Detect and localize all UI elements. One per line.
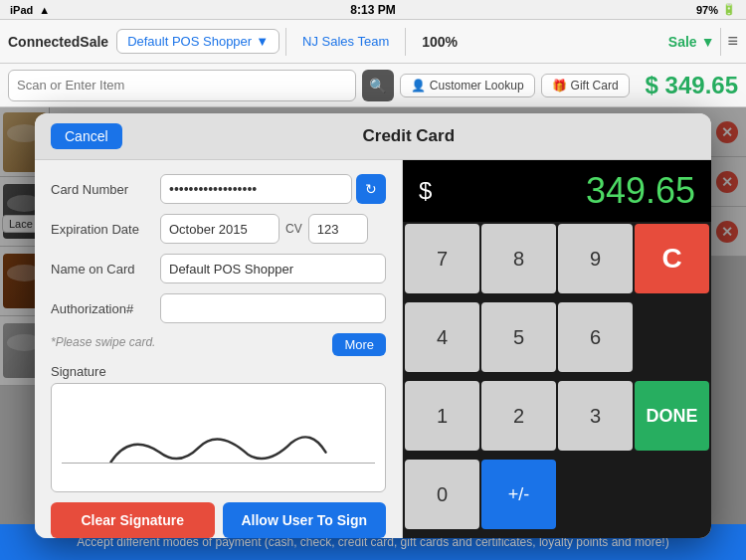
more-button[interactable]: More bbox=[332, 333, 386, 356]
clear-signature-button[interactable]: Clear Signature bbox=[51, 502, 215, 538]
numpad-c[interactable]: C bbox=[635, 224, 709, 293]
action-buttons: Clear Signature Allow User To Sign bbox=[51, 502, 386, 538]
dollar-sign: $ bbox=[419, 177, 432, 205]
expiration-input[interactable] bbox=[160, 214, 280, 244]
customer-lookup-button[interactable]: 👤 Customer Lookup bbox=[400, 74, 535, 97]
credit-card-dialog: Cancel Credit Card Card Number ↻ bbox=[35, 113, 711, 538]
numpad-plus-minus[interactable]: +/- bbox=[481, 460, 556, 529]
refresh-icon: ↻ bbox=[365, 181, 377, 197]
numpad-0[interactable]: 0 bbox=[405, 460, 479, 529]
status-bar: iPad ▲ 8:13 PM 97% 🔋 bbox=[0, 0, 746, 20]
numpad-panel: $ 349.65 7 8 9 C 4 5 6 1 2 3 DONE bbox=[403, 160, 711, 538]
main-area: Lace 5.00 ✕ 5.00 ✕ 5.00 ✕ bbox=[0, 107, 746, 524]
card-number-input[interactable] bbox=[160, 174, 352, 204]
battery-pct: 97% bbox=[696, 4, 718, 16]
wifi-icon: ▲ bbox=[39, 4, 50, 16]
expiration-label: Expiration Date bbox=[51, 222, 160, 237]
sale-label: Sale ▼ bbox=[668, 34, 715, 50]
scan-input[interactable] bbox=[8, 70, 356, 101]
pos-shopper-label: Default POS Shopper bbox=[127, 34, 252, 49]
expiration-field-group: CV bbox=[160, 214, 386, 244]
auth-row: Authorization# bbox=[51, 293, 386, 323]
numpad-2[interactable]: 2 bbox=[481, 381, 556, 451]
numpad-6[interactable]: 6 bbox=[558, 302, 633, 372]
name-input[interactable] bbox=[160, 254, 386, 283]
cancel-button[interactable]: Cancel bbox=[51, 123, 122, 149]
card-number-field-group: ↻ bbox=[160, 174, 386, 204]
search-icon: 🔍 bbox=[369, 78, 386, 93]
pos-shopper-button[interactable]: Default POS Shopper ▼ bbox=[116, 29, 280, 54]
ipad-label: iPad bbox=[10, 4, 33, 16]
pos-chevron-icon: ▼ bbox=[256, 34, 269, 49]
amount-display-row: $ 349.65 bbox=[403, 160, 711, 222]
card-number-label: Card Number bbox=[51, 182, 160, 197]
allow-user-sign-button[interactable]: Allow User To Sign bbox=[223, 502, 387, 538]
numpad-8[interactable]: 8 bbox=[481, 224, 556, 293]
status-time: 8:13 PM bbox=[350, 3, 395, 17]
form-panel: Card Number ↻ Expiration Date bbox=[35, 160, 403, 538]
second-bar: 🔍 👤 Customer Lookup 🎁 Gift Card $ 349.65 bbox=[0, 64, 746, 107]
gift-card-button[interactable]: 🎁 Gift Card bbox=[541, 74, 630, 97]
list-icon[interactable]: ≡ bbox=[727, 31, 738, 52]
gift-icon: 🎁 bbox=[552, 79, 567, 93]
nav-divider-3 bbox=[720, 28, 721, 56]
numpad-5[interactable]: 5 bbox=[481, 302, 556, 372]
brand-label: ConnectedSale bbox=[8, 34, 108, 50]
swipe-text: *Please swipe card. bbox=[51, 335, 332, 349]
auth-label: Authorization# bbox=[51, 301, 160, 316]
percent-label: 100% bbox=[422, 34, 458, 50]
expiration-row: Expiration Date CV bbox=[51, 214, 386, 244]
signature-line bbox=[62, 463, 375, 464]
nav-divider-2 bbox=[405, 28, 406, 56]
numpad-amount: 349.65 bbox=[586, 170, 695, 212]
numpad-7[interactable]: 7 bbox=[405, 224, 479, 293]
numpad-4[interactable]: 4 bbox=[405, 302, 479, 372]
numpad-1[interactable]: 1 bbox=[405, 381, 479, 451]
nav-divider-1 bbox=[285, 28, 286, 56]
signature-label: Signature bbox=[51, 364, 386, 379]
refresh-button[interactable]: ↻ bbox=[356, 174, 386, 204]
customer-icon: 👤 bbox=[411, 79, 426, 93]
cart-amount: $ 349.65 bbox=[646, 72, 738, 99]
signature-drawing bbox=[52, 384, 385, 491]
numpad-grid: 7 8 9 C 4 5 6 1 2 3 DONE 0 +/- bbox=[403, 222, 711, 538]
dialog-header: Cancel Credit Card bbox=[35, 113, 711, 160]
status-left: iPad ▲ bbox=[10, 4, 50, 16]
numpad-3[interactable]: 3 bbox=[558, 381, 633, 451]
team-label: NJ Sales Team bbox=[292, 30, 399, 53]
customer-label: Customer Lookup bbox=[430, 79, 524, 93]
card-number-row: Card Number ↻ bbox=[51, 174, 386, 204]
status-right: 97% 🔋 bbox=[696, 3, 736, 16]
battery-icon: 🔋 bbox=[722, 3, 736, 16]
sale-chevron-icon: ▼ bbox=[701, 34, 715, 50]
numpad-done[interactable]: DONE bbox=[635, 381, 709, 451]
search-button[interactable]: 🔍 bbox=[362, 70, 394, 101]
cv-input[interactable] bbox=[308, 214, 368, 244]
auth-input[interactable] bbox=[160, 293, 386, 323]
signature-box[interactable] bbox=[51, 383, 386, 492]
name-row: Name on Card bbox=[51, 254, 386, 283]
sale-text: Sale bbox=[668, 34, 697, 50]
cv-label: CV bbox=[285, 222, 302, 236]
modal-overlay: Cancel Credit Card Card Number ↻ bbox=[0, 107, 746, 524]
numpad-9[interactable]: 9 bbox=[558, 224, 633, 293]
top-nav: ConnectedSale Default POS Shopper ▼ NJ S… bbox=[0, 20, 746, 64]
gift-label: Gift Card bbox=[571, 79, 619, 93]
name-label: Name on Card bbox=[51, 262, 160, 277]
dialog-title: Credit Card bbox=[122, 126, 695, 146]
dialog-body: Card Number ↻ Expiration Date bbox=[35, 160, 711, 538]
